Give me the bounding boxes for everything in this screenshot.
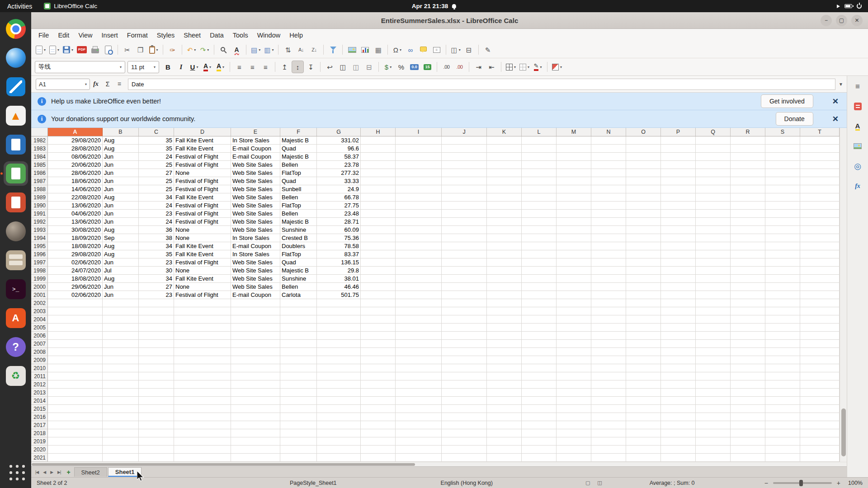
cell-P1988[interactable] [661, 185, 696, 193]
cell-J2006[interactable] [442, 332, 487, 340]
cell-D2002[interactable] [174, 299, 231, 307]
cell-Q1995[interactable] [696, 242, 731, 250]
cell-L2018[interactable] [522, 429, 557, 437]
cell-B2012[interactable] [103, 380, 139, 389]
cell-D2000[interactable]: None [174, 283, 231, 291]
cell-S1985[interactable] [765, 161, 800, 169]
cell-B1984[interactable]: Jun [103, 153, 139, 161]
cell-S1996[interactable] [765, 250, 800, 258]
cell-K2005[interactable] [487, 324, 522, 332]
column-header-C[interactable]: C [139, 128, 174, 136]
cell-A2018[interactable] [48, 429, 103, 437]
row-header-1990[interactable]: 1990 [31, 202, 48, 210]
cell-K1999[interactable] [487, 275, 522, 283]
cell-K1992[interactable] [487, 218, 522, 226]
cell-H2001[interactable] [361, 291, 396, 299]
font-color-button[interactable]: A▾ [201, 61, 213, 73]
cell-E1991[interactable]: Web Site Sales [231, 210, 280, 218]
cell-O2018[interactable] [626, 429, 661, 437]
cell-R1987[interactable] [731, 177, 765, 185]
cell-S1997[interactable] [765, 258, 800, 267]
cell-A2020[interactable] [48, 446, 103, 454]
cell-Q1987[interactable] [696, 177, 731, 185]
cell-I1997[interactable] [396, 258, 442, 267]
cell-F2011[interactable] [280, 372, 317, 380]
cell-T2013[interactable] [800, 389, 840, 397]
border-style-button[interactable]: ▾ [518, 61, 531, 73]
row-header-1985[interactable]: 1985 [31, 161, 48, 169]
cell-G2011[interactable] [317, 372, 361, 380]
row-header-1984[interactable]: 1984 [31, 153, 48, 161]
cell-J2012[interactable] [442, 380, 487, 389]
cell-C1998[interactable]: 30 [139, 267, 174, 275]
cell-N2007[interactable] [591, 340, 626, 348]
column-header-B[interactable]: B [103, 128, 139, 136]
cell-O2006[interactable] [626, 332, 661, 340]
cell-E1982[interactable]: In Store Sales [231, 136, 280, 145]
cell-T1999[interactable] [800, 275, 840, 283]
chevron-down-icon[interactable]: ▾ [85, 82, 87, 86]
cell-E1983[interactable]: E-mail Coupon [231, 145, 280, 153]
cell-J2021[interactable] [442, 454, 487, 462]
cell-B1988[interactable]: Jun [103, 185, 139, 193]
cell-M2009[interactable] [557, 356, 591, 364]
cell-O2020[interactable] [626, 446, 661, 454]
cell-F2016[interactable] [280, 413, 317, 421]
cell-B2001[interactable]: Jun [103, 291, 139, 299]
cell-C2004[interactable] [139, 315, 174, 324]
cell-N1990[interactable] [591, 202, 626, 210]
cell-F1982[interactable]: Majestic B [280, 136, 317, 145]
cell-H1986[interactable] [361, 169, 396, 177]
cell-J2016[interactable] [442, 413, 487, 421]
column-header-O[interactable]: O [626, 128, 661, 136]
cell-F2006[interactable] [280, 332, 317, 340]
cell-S2015[interactable] [765, 405, 800, 413]
cell-M1990[interactable] [557, 202, 591, 210]
cell-S2011[interactable] [765, 372, 800, 380]
borders-button[interactable]: ▾ [505, 61, 517, 73]
format-as-date-button[interactable]: 15 [421, 61, 434, 73]
document-modified-icon[interactable]: ◫ [597, 480, 602, 486]
highlighting-color-dropdown[interactable]: ▾ [222, 65, 224, 69]
cell-I1998[interactable] [396, 267, 442, 275]
cell-P2002[interactable] [661, 299, 696, 307]
dock-files[interactable] [4, 248, 28, 272]
cell-J1984[interactable] [442, 153, 487, 161]
cell-J2000[interactable] [442, 283, 487, 291]
cell-I1987[interactable] [396, 177, 442, 185]
cell-L2020[interactable] [522, 446, 557, 454]
cell-M2012[interactable] [557, 380, 591, 389]
cell-J2017[interactable] [442, 421, 487, 429]
cell-R2000[interactable] [731, 283, 765, 291]
function-wizard-button[interactable]: fx [90, 79, 102, 90]
cell-O2014[interactable] [626, 397, 661, 405]
cell-P2007[interactable] [661, 340, 696, 348]
cell-O1994[interactable] [626, 234, 661, 242]
cell-I2020[interactable] [396, 446, 442, 454]
cell-C2012[interactable] [139, 380, 174, 389]
dock-chrome[interactable] [4, 17, 28, 41]
cell-O1983[interactable] [626, 145, 661, 153]
cell-H2007[interactable] [361, 340, 396, 348]
last-sheet-button[interactable]: ▶| [55, 470, 63, 474]
cell-F2021[interactable] [280, 454, 317, 462]
new-document-dropdown[interactable]: ▾ [44, 48, 46, 52]
cell-N1998[interactable] [591, 267, 626, 275]
sidebar-sidebar-settings-button[interactable]: ≡ [851, 80, 865, 94]
cell-M1993[interactable] [557, 226, 591, 234]
cell-N1994[interactable] [591, 234, 626, 242]
cell-G2007[interactable] [317, 340, 361, 348]
column-header-M[interactable]: M [557, 128, 591, 136]
paste-button[interactable]: ▾ [147, 43, 160, 56]
cell-A2019[interactable] [48, 437, 103, 446]
cell-O1989[interactable] [626, 193, 661, 202]
align-center-button[interactable]: ≡ [246, 61, 259, 73]
cell-I2009[interactable] [396, 356, 442, 364]
cell-I1994[interactable] [396, 234, 442, 242]
column-header-G[interactable]: G [317, 128, 361, 136]
cell-P2009[interactable] [661, 356, 696, 364]
border-style-dropdown[interactable]: ▾ [528, 65, 529, 69]
sidebar-gallery-button[interactable] [851, 139, 865, 153]
cell-G2012[interactable] [317, 380, 361, 389]
cell-T2016[interactable] [800, 413, 840, 421]
